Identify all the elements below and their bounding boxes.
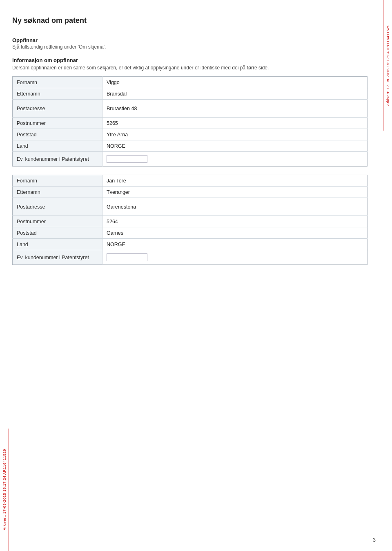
value-postnummer2	[102, 216, 368, 227]
input-postadresse1[interactable]	[107, 106, 363, 111]
input-kundenummer2[interactable]	[109, 255, 145, 260]
table-row: Fornamn	[13, 77, 368, 88]
label-fornamn1: Fornamn	[13, 77, 102, 88]
input-etternamn1[interactable]	[107, 91, 363, 97]
table-row: Land	[13, 140, 368, 152]
value-poststad2	[102, 227, 368, 239]
label-land2: Land	[13, 239, 102, 250]
label-poststad2: Poststad	[13, 227, 102, 239]
value-land2	[102, 239, 368, 250]
oppfinnar-section: Oppfinnar Sjå fullstendig rettleiing und…	[12, 37, 372, 50]
label-poststad1: Poststad	[13, 129, 102, 140]
info-section: Informasjon om oppfinnar Dersom oppfinna…	[12, 57, 372, 71]
input-land1[interactable]	[107, 143, 363, 149]
form-table-2: Fornamn Etternamn Postadresse	[12, 175, 368, 265]
input-fornamn2[interactable]	[107, 178, 363, 184]
value-land1	[102, 140, 368, 152]
input-postadresse2[interactable]	[107, 204, 363, 210]
table-row: Ev. kundenummer i Patentstyret	[13, 250, 368, 265]
info-desc: Dersom oppfinnaren er den same som søkja…	[12, 65, 372, 71]
input-fornamn1[interactable]	[107, 80, 363, 85]
right-stamp-text: Arkivert: 17-09-2015 15:17:24 AR11641152…	[386, 24, 390, 106]
value-kundenummer2	[102, 250, 368, 265]
table-row: Postadresse	[13, 100, 368, 118]
value-fornamn1	[102, 77, 368, 88]
table-row: Etternamn	[13, 88, 368, 100]
label-postadresse2: Postadresse	[13, 198, 102, 216]
label-etternamn1: Etternamn	[13, 88, 102, 100]
table-row: Postnummer	[13, 216, 368, 227]
input-etternamn2[interactable]	[107, 189, 363, 195]
input-postnummer2[interactable]	[107, 219, 139, 224]
info-title: Informasjon om oppfinnar	[12, 57, 372, 63]
input-land2[interactable]	[107, 242, 363, 247]
value-fornamn2	[102, 175, 368, 187]
page-title: Ny søknad om patent	[12, 16, 372, 25]
kundenummer-wrapper1	[107, 155, 147, 163]
label-etternamn2: Etternamn	[13, 187, 102, 198]
input-poststad1[interactable]	[107, 132, 363, 138]
value-postadresse1	[102, 100, 368, 118]
page-number: 3	[373, 537, 376, 543]
value-kundenummer1	[102, 152, 368, 167]
input-postnummer1[interactable]	[107, 120, 139, 126]
table-row: Fornamn	[13, 175, 368, 187]
page-container: Arkivert: 17-09-2015 15:17:24 AR11641152…	[0, 0, 392, 551]
label-postnummer1: Postnummer	[13, 118, 102, 129]
table-row: Postadresse	[13, 198, 368, 216]
label-postadresse1: Postadresse	[13, 100, 102, 118]
table-row: Poststad	[13, 227, 368, 239]
value-postadresse2	[102, 198, 368, 216]
oppfinnar-subtitle: Sjå fullstendig rettleiing under 'Om skj…	[12, 44, 372, 50]
label-kundenummer2: Ev. kundenummer i Patentstyret	[13, 250, 102, 265]
value-etternamn1	[102, 88, 368, 100]
bottom-stamp: Arkivert: 17-09-2015 15:17:24 AR11641152…	[0, 429, 9, 551]
label-fornamn2: Fornamn	[13, 175, 102, 187]
label-kundenummer1: Ev. kundenummer i Patentstyret	[13, 152, 102, 167]
value-poststad1	[102, 129, 368, 140]
value-etternamn2	[102, 187, 368, 198]
kundenummer-wrapper2	[107, 253, 147, 261]
table-row: Ev. kundenummer i Patentstyret	[13, 152, 368, 167]
value-postnummer1	[102, 118, 368, 129]
label-postnummer2: Postnummer	[13, 216, 102, 227]
table-row: Etternamn	[13, 187, 368, 198]
input-poststad2[interactable]	[107, 230, 363, 236]
table-row: Poststad	[13, 129, 368, 140]
label-land1: Land	[13, 140, 102, 152]
oppfinnar-title: Oppfinnar	[12, 37, 372, 43]
bottom-stamp-text: Arkivert: 17-09-2015 15:17:24 AR11641152…	[2, 449, 7, 530]
input-kundenummer1[interactable]	[109, 156, 145, 162]
table-row: Land	[13, 239, 368, 250]
form-table-1: Fornamn Etternamn Postadresse	[12, 76, 368, 167]
right-stamp: Arkivert: 17-09-2015 15:17:24 AR11641152…	[383, 0, 392, 131]
table-row: Postnummer	[13, 118, 368, 129]
